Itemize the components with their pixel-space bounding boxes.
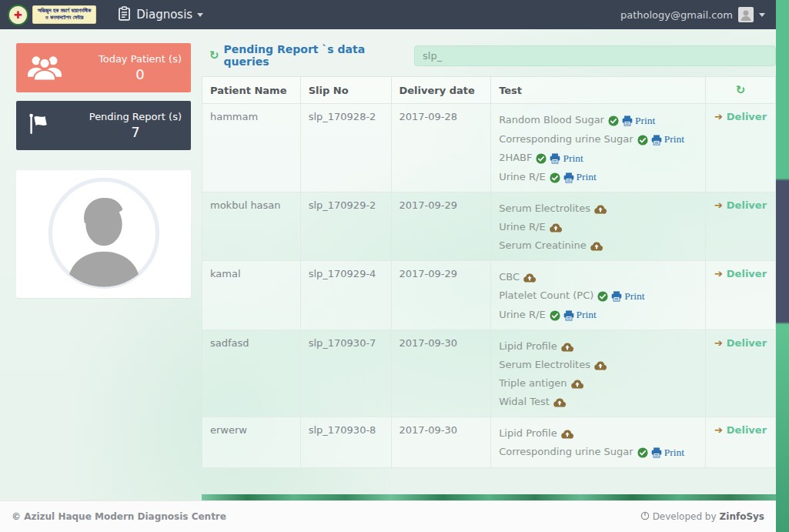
pending-reports-table: Patient NameSlip NoDelivery dateTest↻ ha… bbox=[202, 76, 776, 468]
patient-name-cell: sadfasd bbox=[202, 330, 301, 417]
refresh-icon[interactable]: ↻ bbox=[736, 83, 746, 97]
test-item: 2HABFPrint bbox=[499, 149, 697, 168]
page-title: Pending Report `s data queries bbox=[224, 43, 414, 68]
table-row: erwerwslp_170930-82017-09-30Lipid Profil… bbox=[202, 417, 776, 468]
printer-icon bbox=[563, 306, 574, 324]
slip-no-cell: slp_170930-7 bbox=[300, 330, 391, 417]
main-panel: ↻ Pending Report `s data queries Patient… bbox=[202, 43, 776, 500]
clipboard-icon bbox=[118, 6, 131, 24]
stat-value: 0 bbox=[99, 66, 182, 82]
test-name: Triple antigen bbox=[499, 377, 567, 389]
slip-no-cell: slp_170928-2 bbox=[300, 104, 391, 192]
cloud-upload-icon[interactable] bbox=[561, 343, 573, 352]
flag-icon bbox=[27, 112, 52, 140]
arrow-right-icon: ➔ bbox=[714, 111, 723, 122]
deliver-button[interactable]: ➔Deliver bbox=[714, 111, 767, 122]
test-item: Widal Test bbox=[499, 393, 697, 411]
print-label: Print bbox=[664, 130, 684, 149]
print-link[interactable]: Print bbox=[563, 168, 597, 186]
print-link[interactable]: Print bbox=[651, 443, 684, 462]
cloud-upload-icon[interactable] bbox=[550, 223, 562, 233]
print-link[interactable]: Print bbox=[550, 149, 583, 168]
print-link[interactable]: Print bbox=[563, 306, 597, 324]
deliver-button[interactable]: ➔Deliver bbox=[714, 199, 767, 211]
cloud-upload-icon[interactable] bbox=[553, 398, 566, 407]
brand-line-2: ও কনসালটেশন সেন্টার bbox=[38, 15, 91, 22]
slip-no-cell: slp_170929-4 bbox=[300, 261, 391, 330]
test-item: Serum Electrolites bbox=[499, 199, 697, 218]
tests-cell: Random Blood SugarPrintCorresponding uri… bbox=[491, 104, 706, 192]
table-row: kamalslp_170929-42017-09-29CBCPlatelet C… bbox=[202, 261, 776, 330]
printer-icon bbox=[622, 112, 633, 130]
test-item: CBC bbox=[499, 268, 697, 286]
tests-cell: Lipid ProfileSerum ElectrolitesTriple an… bbox=[491, 330, 706, 417]
cloud-upload-icon[interactable] bbox=[561, 430, 573, 439]
test-name: Serum Electrolites bbox=[499, 202, 590, 214]
patient-name-cell: mokbul hasan bbox=[202, 192, 301, 261]
deliver-label: Deliver bbox=[727, 424, 767, 436]
test-item: Platelet Count (PC)Print bbox=[499, 286, 697, 306]
printer-icon bbox=[651, 130, 662, 149]
cloud-upload-icon[interactable] bbox=[571, 380, 583, 389]
power-icon bbox=[640, 511, 650, 523]
clinic-logo-icon[interactable]: ✚ bbox=[8, 5, 28, 25]
check-circle-icon bbox=[608, 112, 619, 130]
deliver-label: Deliver bbox=[727, 268, 767, 279]
deliver-label: Deliver bbox=[727, 111, 767, 122]
deliver-button[interactable]: ➔Deliver bbox=[714, 424, 767, 436]
check-circle-icon bbox=[536, 149, 547, 168]
print-link[interactable]: Print bbox=[651, 130, 684, 149]
delivery-date-cell: 2017-09-28 bbox=[391, 104, 491, 192]
test-item: Urine R/E bbox=[499, 218, 697, 236]
cloud-upload-icon[interactable] bbox=[523, 273, 536, 283]
test-item: Triple antigen bbox=[499, 374, 697, 393]
navbar: ✚ অজিজুল হক মডার্ণ ডায়াগনস্টিক ও কনসালট… bbox=[0, 0, 776, 29]
brand-line-1: অজিজুল হক মডার্ণ ডায়াগনস্টিক bbox=[38, 8, 91, 15]
arrow-right-icon: ➔ bbox=[714, 268, 723, 279]
sidebar: Today Patient (s)0Pending Report (s)7 bbox=[0, 43, 202, 500]
brand-label[interactable]: অজিজুল হক মডার্ণ ডায়াগনস্টিক ও কনসালটেশ… bbox=[32, 5, 96, 24]
arrow-right-icon: ➔ bbox=[714, 337, 723, 349]
users-icon bbox=[27, 53, 62, 83]
slip-no-cell: slp_170930-8 bbox=[300, 417, 391, 468]
delivery-date-cell: 2017-09-29 bbox=[391, 261, 491, 330]
arrow-right-icon: ➔ bbox=[714, 199, 723, 211]
profile-avatar-card bbox=[16, 170, 191, 298]
print-link[interactable]: Print bbox=[622, 112, 655, 130]
cloud-upload-icon[interactable] bbox=[590, 242, 603, 251]
test-name: Urine R/E bbox=[499, 221, 545, 233]
chevron-down-icon bbox=[197, 13, 203, 17]
column-header-delivery-date: Delivery date bbox=[391, 77, 491, 104]
deliver-label: Deliver bbox=[727, 199, 767, 211]
user-dropdown[interactable]: pathology@gmail.com bbox=[620, 7, 765, 22]
stat-text: Today Patient (s)0 bbox=[99, 53, 182, 82]
developer-brand: ZinfoSys bbox=[720, 511, 764, 522]
test-item: Random Blood SugarPrint bbox=[499, 111, 697, 130]
check-circle-icon bbox=[637, 443, 648, 462]
cloud-upload-icon[interactable] bbox=[594, 361, 607, 370]
action-cell: ➔Deliver bbox=[705, 261, 775, 330]
cloud-upload-icon[interactable] bbox=[594, 205, 607, 214]
print-link[interactable]: Print bbox=[611, 287, 644, 306]
column-header-slip-no: Slip No bbox=[300, 77, 391, 104]
column-header-patient-name: Patient Name bbox=[202, 77, 301, 104]
refresh-pending-reports[interactable]: ↻ Pending Report `s data queries bbox=[209, 43, 414, 68]
printer-icon bbox=[611, 287, 622, 306]
menu-diagnosis[interactable]: Diagnosis bbox=[118, 6, 203, 24]
test-item: Urine R/EPrint bbox=[499, 306, 697, 325]
stat-value: 7 bbox=[89, 124, 182, 140]
test-name: Widal Test bbox=[499, 396, 550, 407]
deliver-button[interactable]: ➔Deliver bbox=[714, 337, 767, 349]
slip-no-cell: slp_170929-2 bbox=[300, 192, 391, 261]
user-email: pathology@gmail.com bbox=[620, 9, 733, 21]
print-label: Print bbox=[664, 443, 684, 462]
test-name: Urine R/E bbox=[499, 171, 545, 182]
check-circle-icon bbox=[550, 306, 560, 324]
search-input[interactable] bbox=[414, 45, 776, 66]
stat-cards: Today Patient (s)0Pending Report (s)7 bbox=[16, 43, 191, 150]
deliver-button[interactable]: ➔Deliver bbox=[714, 268, 767, 279]
printer-icon bbox=[651, 443, 662, 462]
column-header-refresh: ↻ bbox=[705, 77, 775, 104]
test-name: CBC bbox=[499, 271, 520, 283]
refresh-icon: ↻ bbox=[209, 49, 219, 62]
